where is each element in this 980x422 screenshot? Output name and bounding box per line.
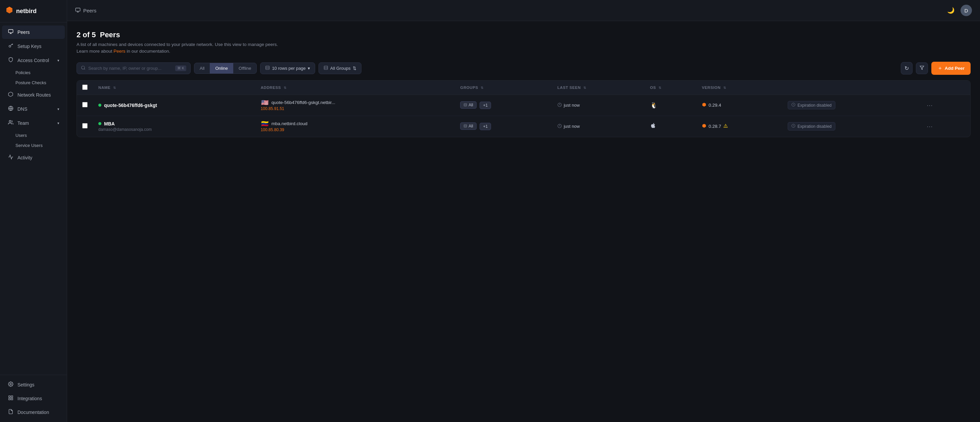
table-row: MBA damaso@damasosanoja.com 🇻🇪 mba.netbi… xyxy=(77,116,970,137)
last-seen-sort-icon: ⇅ xyxy=(583,86,586,90)
sidebar-item-policies[interactable]: Policies xyxy=(16,68,65,78)
row1-last-seen: just now xyxy=(557,103,640,108)
sidebar-item-documentation[interactable]: Documentation xyxy=(2,406,65,419)
sidebar-item-users[interactable]: Users xyxy=(16,130,65,140)
sidebar-item-peers[interactable]: Peers xyxy=(2,25,65,39)
col-last-seen[interactable]: LAST SEEN ⇅ xyxy=(552,81,645,95)
filter-tabs: All Online Offline xyxy=(194,63,257,74)
row1-group-plus[interactable]: +1 xyxy=(480,102,491,109)
row1-menu-button[interactable]: ⋯ xyxy=(924,100,935,110)
name-sort-icon: ⇅ xyxy=(113,86,116,90)
row2-checkbox[interactable] xyxy=(82,123,88,129)
sidebar-nav: Peers Setup Keys Access Control ▾ Polici… xyxy=(0,22,67,375)
row1-addr-main: quote-56b476ffd6-gskgt.netbir... xyxy=(272,100,335,105)
row1-group-icon xyxy=(463,103,467,107)
groups-sort-icon: ⇅ xyxy=(480,86,484,90)
svg-point-3 xyxy=(9,121,11,122)
row2-addr-ip: 100.85.80.39 xyxy=(261,127,450,132)
search-icon xyxy=(81,65,86,71)
dark-mode-toggle[interactable]: 🌙 xyxy=(946,5,956,16)
sidebar-item-network-routes[interactable]: Network Routes xyxy=(2,88,65,102)
filter-online-tab[interactable]: Online xyxy=(210,63,233,73)
rows-per-page-btn[interactable]: 10 rows per page ▾ xyxy=(260,62,315,74)
row2-clock-icon xyxy=(557,124,562,129)
breadcrumb-label: Peers xyxy=(83,8,96,13)
row2-name-content: MBA damaso@damasosanoja.com xyxy=(98,121,250,132)
row2-last-seen-text: just now xyxy=(564,124,580,129)
row2-addr-main: mba.netbird.cloud xyxy=(272,121,307,126)
row1-group-all[interactable]: All xyxy=(460,101,476,109)
network-routes-icon xyxy=(7,92,14,98)
sidebar-item-settings-label: Settings xyxy=(18,382,35,387)
row1-name-content: quote-56b476ffd6-gskgt xyxy=(98,103,250,108)
row2-group-all[interactable]: All xyxy=(460,122,476,130)
sidebar-item-access-control[interactable]: Access Control ▾ xyxy=(2,54,65,67)
row1-checkbox[interactable] xyxy=(82,102,88,107)
row2-version-logo xyxy=(702,124,706,130)
access-control-icon xyxy=(7,57,14,64)
table-body: quote-56b476ffd6-gskgt 🇺🇸 quote-56b476ff… xyxy=(77,95,970,137)
add-peer-icon: ＋ xyxy=(937,65,943,72)
avatar[interactable]: D xyxy=(961,5,972,16)
row2-flag-icon: 🇻🇪 xyxy=(261,121,269,127)
address-sort-icon: ⇅ xyxy=(283,86,286,90)
sidebar-item-dns[interactable]: DNS ▾ xyxy=(2,102,65,116)
col-os[interactable]: OS ⇅ xyxy=(645,81,697,95)
col-name[interactable]: NAME ⇅ xyxy=(93,81,255,95)
sidebar-item-team[interactable]: Team ▾ xyxy=(2,116,65,130)
all-groups-btn[interactable]: All Groups ⇅ xyxy=(318,62,361,74)
row2-status-indicator xyxy=(98,122,101,125)
col-groups[interactable]: GROUPS ⇅ xyxy=(455,81,552,95)
page-desc-link[interactable]: Peers xyxy=(113,49,125,54)
sidebar-item-service-users[interactable]: Service Users xyxy=(16,141,65,150)
dns-icon xyxy=(7,106,14,113)
sidebar-item-posture-checks[interactable]: Posture Checks xyxy=(16,78,65,87)
row2-address-content: 🇻🇪 mba.netbird.cloud 100.85.80.39 xyxy=(261,121,450,132)
row2-menu-button[interactable]: ⋯ xyxy=(924,121,935,132)
svg-rect-17 xyxy=(464,124,467,127)
sidebar-item-peers-label: Peers xyxy=(18,30,30,35)
search-input[interactable] xyxy=(88,66,172,71)
documentation-icon xyxy=(7,409,14,416)
row1-address-content: 🇺🇸 quote-56b476ffd6-gskgt.netbir... 100.… xyxy=(261,100,450,111)
row1-version-text: 0.29.4 xyxy=(708,103,721,108)
svg-marker-13 xyxy=(920,66,924,70)
select-all-checkbox[interactable] xyxy=(82,84,88,90)
peers-table: NAME ⇅ ADDRESS ⇅ GROUPS ⇅ LAST SEEN ⇅ OS xyxy=(77,81,970,137)
svg-point-4 xyxy=(10,384,11,385)
row2-group-icon xyxy=(463,124,467,129)
filter-offline-tab[interactable]: Offline xyxy=(233,63,256,73)
row2-group-plus[interactable]: +1 xyxy=(480,123,491,130)
row2-expiry-cell: Expiration disabled xyxy=(782,116,918,137)
topbar: Peers 🌙 D xyxy=(67,0,980,21)
table-row: quote-56b476ffd6-gskgt 🇺🇸 quote-56b476ff… xyxy=(77,95,970,116)
row1-checkbox-cell xyxy=(77,95,93,116)
add-peer-button[interactable]: ＋ Add Peer xyxy=(931,62,970,75)
svg-rect-12 xyxy=(324,66,328,70)
sidebar-item-setup-keys-label: Setup Keys xyxy=(18,44,41,49)
row2-peer-name[interactable]: MBA xyxy=(104,121,115,127)
filter-btn[interactable] xyxy=(916,62,928,74)
refresh-btn[interactable]: ↻ xyxy=(901,62,913,75)
col-version[interactable]: VERSION ⇅ xyxy=(697,81,782,95)
toolbar: ⌘ K All Online Offline 10 rows per page … xyxy=(76,62,970,75)
row1-peer-name[interactable]: quote-56b476ffd6-gskgt xyxy=(104,103,157,108)
svg-rect-11 xyxy=(266,66,269,70)
filter-all-tab[interactable]: All xyxy=(194,63,210,73)
row1-last-seen-text: just now xyxy=(564,103,580,108)
sidebar-item-access-control-label: Access Control xyxy=(18,58,49,63)
row2-actions-cell: ⋯ xyxy=(919,116,970,137)
filter-icon xyxy=(920,65,924,71)
sidebar-item-activity[interactable]: Activity xyxy=(2,151,65,164)
row2-expiry-icon xyxy=(791,124,795,129)
col-address[interactable]: ADDRESS ⇅ xyxy=(255,81,455,95)
search-box: ⌘ K xyxy=(76,62,191,74)
col-actions xyxy=(919,81,970,95)
sidebar-item-integrations[interactable]: Integrations xyxy=(2,392,65,405)
svg-point-1 xyxy=(9,45,11,47)
sidebar-item-policies-label: Policies xyxy=(16,70,30,75)
page-desc-text1: A list of all machines and devices conne… xyxy=(76,42,278,47)
sidebar-item-settings[interactable]: Settings xyxy=(2,378,65,392)
row2-expiry-text: Expiration disabled xyxy=(797,124,831,129)
sidebar-item-setup-keys[interactable]: Setup Keys xyxy=(2,40,65,53)
